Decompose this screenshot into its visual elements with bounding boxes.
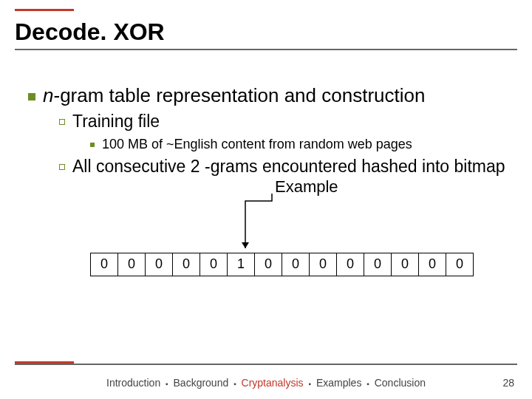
dot-icon: ▪ [163, 380, 171, 388]
bitmap-cell: 1 [227, 253, 255, 276]
footer-breadcrumb: Introduction ▪ Background ▪ Cryptanalysi… [0, 377, 532, 389]
title-accent-line [15, 9, 74, 11]
bitmap-cell: 0 [446, 253, 474, 276]
bitmap-cell: 0 [282, 253, 310, 276]
italic-n: n [43, 84, 53, 106]
bitmap-cell: 0 [309, 253, 337, 276]
dot-icon: ▪ [306, 380, 313, 388]
bitmap-table: 0 0 0 0 0 1 0 0 0 0 0 0 0 0 [90, 253, 474, 276]
footer-background: Background [174, 377, 229, 389]
footer-divider [15, 364, 517, 365]
bullet-lvl3: 100 MB of ~English content from random w… [90, 137, 510, 153]
bullet-lvl3a-text: 100 MB of ~English content from random w… [102, 137, 412, 153]
footer-examples: Examples [316, 377, 361, 389]
bitmap-cell: 0 [117, 253, 146, 276]
bitmap-cell: 0 [90, 253, 118, 276]
bitmap-cell: 0 [254, 253, 282, 276]
bullet-lvl2b-text: All consecutive 2 -grams encountered has… [72, 157, 505, 177]
bullet-lvl1-text: n-gram table representation and construc… [43, 84, 425, 107]
bitmap-cell: 0 [200, 253, 228, 276]
bullet-lvl1: n-gram table representation and construc… [28, 84, 510, 107]
footer-conclusion: Conclusion [375, 377, 426, 389]
slide-title: Decode. XOR [15, 13, 517, 46]
bitmap-cell: 0 [418, 253, 446, 276]
lvl1-rest: -gram table representation and construct… [53, 84, 425, 106]
open-square-bullet-icon [59, 164, 65, 170]
square-bullet-icon [28, 93, 35, 100]
bullet-lvl2a-text: Training file [72, 112, 160, 132]
title-area: Decode. XOR [15, 13, 517, 50]
dot-icon: ▪ [364, 380, 372, 388]
bitmap-cell: 0 [364, 253, 392, 276]
square-bullet-icon [90, 143, 95, 147]
open-square-bullet-icon [59, 119, 65, 125]
page-number: 28 [502, 377, 514, 389]
bullet-lvl2-training: Training file [59, 112, 510, 132]
bitmap-cell: 0 [336, 253, 364, 276]
dot-icon: ▪ [231, 380, 239, 388]
bitmap-cell: 0 [145, 253, 173, 276]
slide: Decode. XOR n-gram table representation … [0, 0, 532, 399]
bitmap-cell: 0 [391, 253, 419, 276]
footer-cryptanalysis: Cryptanalysis [242, 377, 304, 389]
footer-intro: Introduction [106, 377, 160, 389]
bullet-lvl2-hashed: All consecutive 2 -grams encountered has… [59, 157, 510, 177]
arrow-icon [228, 189, 287, 256]
bitmap-cell: 0 [172, 253, 200, 276]
content-area: n-gram table representation and construc… [15, 55, 517, 177]
